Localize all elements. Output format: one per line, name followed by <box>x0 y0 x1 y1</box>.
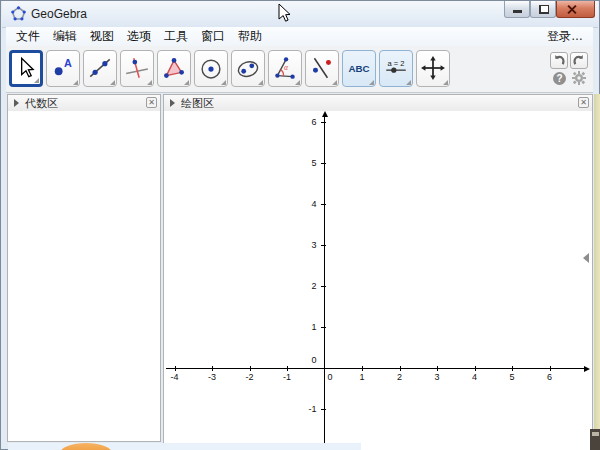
help-button[interactable]: ? <box>553 72 566 85</box>
x-axis-label: 2 <box>388 372 412 382</box>
maximize-button[interactable] <box>530 1 556 18</box>
graphics-view-title: 绘图区 <box>181 96 214 111</box>
menu-options[interactable]: 选项 <box>125 27 153 46</box>
sidebar-expander-arrow-icon[interactable] <box>583 253 589 263</box>
y-axis-label: 6 <box>297 117 317 127</box>
y-axis-tick <box>321 327 326 328</box>
menu-file[interactable]: 文件 <box>14 27 42 46</box>
y-axis-arrow-icon <box>322 111 328 117</box>
x-axis-tick <box>362 366 363 371</box>
svg-text:A: A <box>64 57 72 69</box>
x-axis-tick <box>512 366 513 371</box>
panel-menu-arrow-icon[interactable] <box>170 99 175 107</box>
redo-icon <box>571 53 587 68</box>
x-axis-arrow-icon <box>584 366 590 372</box>
algebra-view-header[interactable]: 代数区 ✕ <box>8 95 160 112</box>
tool-text-button[interactable]: ABC <box>342 50 376 87</box>
move-graphics-view-icon <box>420 55 446 81</box>
menu-edit[interactable]: 编辑 <box>51 27 79 46</box>
x-axis-tick <box>400 366 401 371</box>
y-axis-label: 3 <box>297 240 317 250</box>
undo-button[interactable] <box>550 52 568 69</box>
perpendicular-line-icon <box>124 55 150 81</box>
dropdown-arrow-icon <box>110 80 115 85</box>
polygon-icon <box>161 55 187 81</box>
gear-icon <box>572 71 586 85</box>
tool-slider-button[interactable]: a = 2 <box>379 50 413 87</box>
x-axis <box>166 368 586 369</box>
graphics-view-close-button[interactable]: ✕ <box>578 97 589 108</box>
tool-polygon-button[interactable] <box>157 50 191 87</box>
x-axis-tick <box>287 366 288 371</box>
window-title: GeoGebra <box>31 7 87 21</box>
login-button[interactable]: 登录… <box>547 27 583 46</box>
angle-icon: α <box>272 55 298 81</box>
tool-angle-button[interactable]: α <box>268 50 302 87</box>
close-button[interactable] <box>556 1 595 18</box>
dropdown-arrow-icon <box>73 80 78 85</box>
circle-icon <box>198 55 224 81</box>
x-axis-tick <box>212 366 213 371</box>
menu-view[interactable]: 视图 <box>88 27 116 46</box>
undo-icon <box>551 53 567 68</box>
y-axis-tick <box>321 245 326 246</box>
y-axis-label: 4 <box>297 199 317 209</box>
tool-circle-button[interactable] <box>194 50 228 87</box>
graphics-view-panel: 绘图区 ✕ -4-3-2-101234566543210-1 <box>163 94 593 450</box>
x-axis-tick <box>475 366 476 371</box>
y-axis-label: 5 <box>297 158 317 168</box>
menu-bar: 文件 编辑 视图 选项 工具 窗口 帮助 登录… <box>6 27 593 47</box>
tool-ellipse-button[interactable] <box>231 50 265 87</box>
svg-text:ABC: ABC <box>348 63 369 74</box>
text-icon: ABC <box>346 55 372 81</box>
dropdown-arrow-icon <box>221 80 226 85</box>
tool-line-button[interactable] <box>83 50 117 87</box>
dropdown-arrow-icon <box>332 80 337 85</box>
background-window-bottom <box>8 443 361 450</box>
x-axis-label: 6 <box>538 372 562 382</box>
menu-help[interactable]: 帮助 <box>236 27 264 46</box>
x-axis-label: 4 <box>463 372 487 382</box>
redo-button[interactable] <box>570 52 588 69</box>
minimize-button[interactable] <box>504 1 530 18</box>
graphics-canvas[interactable]: -4-3-2-101234566543210-1 <box>164 111 592 450</box>
dropdown-arrow-icon <box>258 80 263 85</box>
toolbar: A <box>6 46 593 93</box>
background-app-logo <box>60 443 112 450</box>
y-axis-tick <box>321 163 326 164</box>
menu-tools[interactable]: 工具 <box>162 27 190 46</box>
dropdown-arrow-icon <box>147 80 152 85</box>
tool-move-button[interactable] <box>9 50 43 87</box>
graphics-view-header[interactable]: 绘图区 ✕ <box>164 95 592 112</box>
tool-reflect-about-line-button[interactable] <box>305 50 339 87</box>
svg-text:α: α <box>284 63 289 72</box>
reflect-about-line-icon <box>309 55 335 81</box>
x-axis-label: -4 <box>164 372 187 382</box>
algebra-view-body[interactable] <box>8 111 160 441</box>
y-axis-label: 2 <box>297 281 317 291</box>
slider-icon: a = 2 <box>383 55 409 81</box>
x-axis-tick <box>437 366 438 371</box>
minimize-icon <box>513 10 522 13</box>
dropdown-arrow-icon <box>34 78 39 83</box>
tool-move-graphics-view-button[interactable] <box>416 50 450 87</box>
y-axis-tick <box>321 409 326 410</box>
tool-point-button[interactable]: A <box>46 50 80 87</box>
panel-menu-arrow-icon[interactable] <box>14 99 19 107</box>
geogebra-logo-icon <box>11 6 26 21</box>
ellipse-icon <box>235 55 261 81</box>
x-axis-label: 5 <box>500 372 524 382</box>
algebra-view-close-button[interactable]: ✕ <box>146 97 157 108</box>
x-axis-label: 1 <box>350 372 374 382</box>
y-axis-label: 0 <box>297 355 317 365</box>
geogebra-window: GeoGebra 文件 编辑 视图 选项 工具 窗口 帮助 登录… <box>0 0 600 450</box>
maximize-icon <box>539 5 549 14</box>
tool-perpendicular-line-button[interactable] <box>120 50 154 87</box>
algebra-view-panel: 代数区 ✕ <box>7 94 161 442</box>
dropdown-arrow-icon <box>295 80 300 85</box>
x-axis-label: 0 <box>328 372 340 382</box>
point-icon: A <box>50 55 76 81</box>
line-icon <box>87 55 113 81</box>
menu-window[interactable]: 窗口 <box>199 27 227 46</box>
settings-button[interactable] <box>572 71 586 89</box>
